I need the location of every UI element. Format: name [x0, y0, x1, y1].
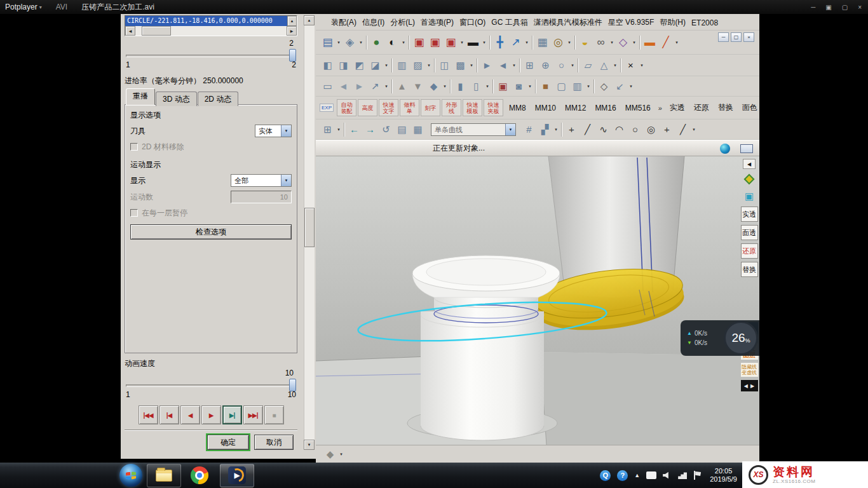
taskbar-clock[interactable]: 20:05 2019/5/9: [710, 467, 737, 484]
toolbar-icon[interactable]: ◆: [322, 446, 338, 462]
scroll-down-button[interactable]: ▼: [304, 440, 315, 450]
toolbar-icon[interactable]: ▢: [553, 78, 569, 94]
toolbar-icon[interactable]: ↙: [612, 78, 628, 94]
speaker-icon[interactable]: [663, 471, 672, 479]
toolbar-icon[interactable]: +: [564, 121, 580, 137]
toolbar-icon[interactable]: ▩: [452, 57, 468, 73]
toolbar-icon[interactable]: ◈: [342, 34, 358, 50]
taskbar-potplayer-button[interactable]: ▶: [220, 464, 254, 487]
menu-item[interactable]: 首选项(P): [421, 17, 454, 28]
dropdown-arrow-icon[interactable]: ▾: [524, 40, 530, 45]
toolbar-icon[interactable]: ■: [538, 78, 553, 94]
toolbar-icon[interactable]: ◧: [320, 57, 336, 73]
toolbar-icon[interactable]: ◇: [615, 34, 631, 50]
toolbar-icon[interactable]: ╋: [492, 34, 508, 50]
material-removal-checkbox[interactable]: [130, 143, 138, 151]
scroll-left-button[interactable]: ◀: [125, 26, 135, 36]
video-frame[interactable]: CIRCLE/-221.811,-18.416,0.000,0.000000 ▲…: [0, 14, 868, 463]
dropdown-arrow-icon[interactable]: ▾: [612, 63, 618, 68]
network-icon[interactable]: [678, 471, 687, 479]
combo-arrow-icon[interactable]: ▼: [505, 124, 515, 135]
dialog-vertical-scrollbar[interactable]: ▲ ▼: [304, 15, 315, 450]
curve-type-combobox[interactable]: 单条曲线 ▼: [431, 123, 516, 136]
cad-window-control-button[interactable]: ▢: [731, 32, 742, 42]
dropdown-arrow-icon[interactable]: ▾: [484, 84, 491, 89]
sidebar-view-button[interactable]: 替换: [741, 262, 758, 277]
scrollbar-thumb[interactable]: [304, 208, 315, 247]
toolbar-icon[interactable]: ▬: [465, 34, 481, 50]
toolbar-icon[interactable]: ◄: [495, 57, 511, 73]
toolbar-icon[interactable]: ▼: [410, 78, 426, 94]
slider-track[interactable]: [126, 384, 296, 387]
diamond-icon[interactable]: [742, 172, 756, 186]
horizontal-scrollbar[interactable]: ◀ ▶: [125, 26, 297, 36]
toolbar-icon[interactable]: ↗: [508, 34, 524, 50]
toolbar-icon[interactable]: ▣: [427, 34, 443, 50]
toolbar-icon[interactable]: ▞: [537, 121, 553, 137]
toolbar-icon[interactable]: ◪: [367, 57, 383, 73]
toolbar-icon[interactable]: ◒: [577, 34, 593, 50]
toolbar-icon[interactable]: ○: [553, 57, 569, 73]
dropdown-arrow-icon[interactable]: ▾: [358, 40, 364, 45]
mm-size-button[interactable]: MM516: [621, 104, 655, 112]
start-button[interactable]: [119, 464, 142, 487]
toolbar-icon[interactable]: ←: [346, 121, 362, 137]
playback-button[interactable]: |◀: [159, 405, 179, 424]
quick-tool-button[interactable]: 自动 装配: [337, 99, 356, 116]
toolbar-icon[interactable]: ╱: [675, 121, 691, 137]
scrollbar-thumb[interactable]: [142, 26, 171, 36]
dropdown-arrow-icon[interactable]: ▾: [674, 40, 680, 45]
toolbar-icon[interactable]: ▥: [569, 78, 585, 94]
menu-item[interactable]: 星空 V6.935F: [608, 17, 654, 28]
menu-item[interactable]: GC 工具箱: [491, 17, 527, 28]
playback-button[interactable]: ◀: [180, 405, 200, 424]
toolbar-icon[interactable]: ◠: [611, 121, 627, 137]
sidebar-collapse-button[interactable]: ◀: [743, 159, 756, 169]
window-control-button[interactable]: ▣: [825, 4, 831, 11]
taskbar-chrome-button[interactable]: [184, 464, 215, 487]
playback-button[interactable]: |◀◀: [139, 405, 158, 424]
viewport-3d[interactable]: ◀ ▣ 实透面透还原替换 截屏 中文 图层 隐藏线 变虚线 ◀ ▶: [316, 156, 759, 445]
check-options-button[interactable]: 检查选项: [130, 224, 292, 240]
dropdown-arrow-icon[interactable]: ▾: [481, 40, 487, 45]
scroll-up-button[interactable]: ▲: [304, 15, 315, 25]
overflow-chevron-icon[interactable]: »: [658, 104, 662, 112]
toolbar-icon[interactable]: ▣: [495, 78, 511, 94]
mm-size-button[interactable]: MM8: [505, 104, 531, 112]
toolbar-icon[interactable]: ◄: [336, 78, 351, 94]
quick-tool-button[interactable]: 做料 单: [400, 99, 419, 116]
toolbar-icon[interactable]: #: [521, 121, 537, 137]
menu-item[interactable]: 潇洒模具汽模标准件: [534, 17, 602, 28]
sidebar-view-button[interactable]: 还原: [741, 243, 758, 259]
qq-tray-icon[interactable]: Q: [600, 470, 611, 481]
toolbar-icon[interactable]: +: [659, 121, 675, 137]
dropdown-arrow-icon[interactable]: ▾: [631, 40, 637, 45]
dropdown-arrow-icon[interactable]: ▾: [426, 63, 432, 68]
dropdown-arrow-icon[interactable]: ▾: [639, 63, 645, 68]
dropdown-arrow-icon[interactable]: ▾: [442, 84, 448, 89]
dropdown-arrow-icon[interactable]: ▾: [338, 452, 344, 457]
pause-each-layer-checkbox[interactable]: [130, 209, 138, 217]
dropdown-arrow-icon[interactable]: ▾: [553, 127, 559, 132]
combo-arrow-icon[interactable]: ▼: [281, 175, 291, 186]
toolbar-icon[interactable]: △: [596, 57, 612, 73]
toolbar-icon[interactable]: ◐: [384, 34, 400, 50]
gcode-listbox[interactable]: CIRCLE/-221.811,-18.416,0.000,0.000000 ▲…: [125, 15, 297, 36]
mm-size-button[interactable]: MM10: [531, 104, 560, 112]
toolbar-icon[interactable]: ◆: [426, 78, 442, 94]
view-mode-button[interactable]: 实透: [665, 102, 689, 113]
dropdown-arrow-icon[interactable]: ▾: [585, 84, 592, 89]
ok-button[interactable]: 确定: [207, 435, 249, 450]
toolbar-icon[interactable]: ▥: [394, 57, 410, 73]
window-control-button[interactable]: ▢: [842, 4, 848, 11]
view-mode-button[interactable]: 还原: [689, 102, 714, 113]
menu-item[interactable]: 帮助(H): [660, 17, 686, 28]
view-mode-button[interactable]: 面色: [738, 102, 759, 113]
playback-button[interactable]: ■: [264, 405, 284, 424]
dropdown-arrow-icon[interactable]: ▾: [400, 40, 407, 45]
toolbar-icon[interactable]: ⊞: [320, 121, 336, 137]
toolbar-icon[interactable]: ►: [479, 57, 495, 73]
toolbar-icon[interactable]: ▯: [468, 78, 484, 94]
quick-tool-button[interactable]: 刻字: [421, 99, 440, 116]
toolbar-icon[interactable]: ↗: [367, 78, 383, 94]
